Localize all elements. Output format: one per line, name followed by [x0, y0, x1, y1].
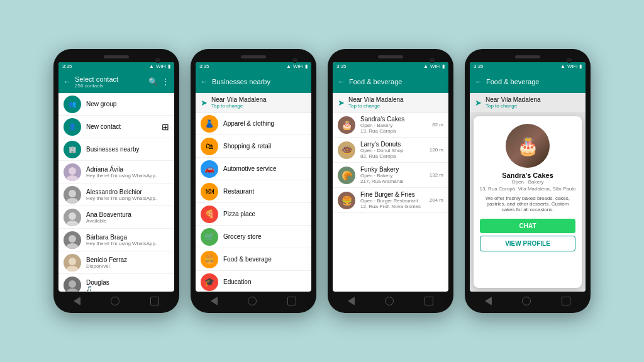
- card-type-4: Open · Bakery: [474, 179, 582, 185]
- funky-text: Funky Bakery Open · Bakery 217, Rua Aram…: [360, 166, 425, 184]
- status-bar-3: 3:35 ▲ WiFi ▮: [333, 62, 448, 70]
- cat-education[interactable]: 🎓 Education: [196, 271, 311, 292]
- biz-funky[interactable]: 🥐 Funky Bakery Open · Bakery 217, Rua Ar…: [333, 163, 448, 188]
- list-item-barbara[interactable]: Bárbara Braga Hey there! I'm using Whats…: [58, 229, 174, 251]
- status-time-1: 3:35: [62, 63, 72, 69]
- businesses-text: Businesses nearby: [86, 146, 169, 153]
- back-icon-4[interactable]: ←: [475, 77, 482, 86]
- list-item-alessandro[interactable]: Alessandro Belchior Hey there! I'm using…: [58, 184, 174, 206]
- grocery-icon: 🛒: [201, 228, 218, 246]
- signal-icon-3: ▲: [423, 63, 428, 69]
- phone-screen-3: 3:35 ▲ WiFi ▮ ← Food & beverage ➤ Near V…: [333, 62, 448, 292]
- cat-restaurant[interactable]: 🍽 Restaurant: [196, 180, 311, 203]
- sandras-avatar: 🎂: [338, 116, 355, 134]
- back-icon-3[interactable]: ←: [338, 77, 345, 86]
- shopping-icon: 🛍: [201, 138, 218, 155]
- chat-button-4[interactable]: CHAT: [480, 219, 575, 233]
- larrys-avatar: 🍩: [338, 141, 355, 159]
- larrys-text: Larry's Donuts Open · Donut Shop 82, Rua…: [360, 141, 425, 159]
- location-icon-2: ➤: [201, 98, 208, 107]
- status-bar-2: 3:35 ▲ WiFi ▮: [196, 62, 311, 70]
- biz-sandras[interactable]: 🎂 Sandra's Cakes Open · Bakery 13, Rua C…: [333, 112, 448, 138]
- back-btn-4[interactable]: [485, 297, 492, 305]
- location-bar-2[interactable]: ➤ Near Vila Madalena Tap to change: [196, 93, 311, 112]
- svg-point-2: [69, 190, 76, 197]
- cat-apparel[interactable]: 👗 Apparel & clothing: [196, 112, 311, 135]
- home-btn-4[interactable]: [522, 297, 531, 305]
- recent-btn-3[interactable]: [425, 297, 433, 305]
- location-bar-3[interactable]: ➤ Near Vila Madalena Tap to change: [333, 93, 448, 112]
- cat-pizza[interactable]: 🍕 Pizza place: [196, 203, 311, 226]
- status-bar-4: 3:35 ▲ WiFi ▮: [470, 62, 586, 70]
- list-item-new-group[interactable]: 👥 New group: [58, 93, 174, 116]
- cat-shopping[interactable]: 🛍 Shopping & retail: [196, 135, 311, 158]
- battery-icon-3: ▮: [442, 63, 445, 69]
- wifi-icon-2: WiFi: [293, 63, 303, 69]
- status-icons-1: ▲ WiFi ▮: [149, 63, 170, 69]
- back-icon-2[interactable]: ←: [201, 77, 208, 86]
- app-header-2: ← Businesses nearby: [196, 70, 311, 93]
- svg-point-3: [66, 198, 79, 204]
- status-time-2: 3:35: [199, 63, 209, 69]
- header-subtitle-1: 256 contacts: [75, 83, 145, 89]
- phone-speaker-2: [241, 55, 266, 58]
- list-item-douglas[interactable]: Douglas 🎵: [58, 274, 174, 292]
- home-btn-3[interactable]: [385, 297, 394, 305]
- category-list-2: 👗 Apparel & clothing 🛍 Shopping & retail…: [196, 112, 311, 292]
- qr-icon-1[interactable]: ⊞: [162, 122, 169, 132]
- header-text-1: Select contact 256 contacts: [75, 75, 145, 89]
- benicio-avatar: [64, 254, 81, 272]
- menu-icon-1[interactable]: ⋮: [162, 77, 169, 86]
- phone-camera-2: [292, 58, 297, 63]
- phone-1: 3:35 ▲ WiFi ▮ ← Select contact 256 conta…: [53, 49, 179, 313]
- location-icon-4: ➤: [475, 98, 482, 107]
- new-group-avatar: 👥: [64, 96, 81, 113]
- funky-avatar: 🥐: [338, 167, 355, 184]
- card-desc-4: We offer freshly baked breads, cakes, pa…: [474, 193, 582, 216]
- phone-screen-4: 3:35 ▲ WiFi ▮ ← Food & beverage ➤ Near V…: [470, 62, 586, 292]
- back-btn-1[interactable]: [74, 297, 80, 305]
- benicio-text: Benício Ferraz Disponível: [86, 256, 169, 269]
- svg-point-4: [69, 212, 76, 220]
- view-profile-button-4[interactable]: VIEW PROFILE: [480, 236, 575, 251]
- phone-bottom-4: [470, 292, 586, 307]
- location-bar-4[interactable]: ➤ Near Vila Madalena Tap to change: [470, 93, 586, 112]
- home-btn-2[interactable]: [248, 297, 257, 305]
- search-icon-1[interactable]: 🔍: [148, 77, 158, 86]
- fine-burger-text: Fine Burger & Fries Open · Burger Restau…: [360, 191, 425, 209]
- cat-automotive[interactable]: 🚗 Automotive service: [196, 158, 311, 180]
- recent-btn-2[interactable]: [287, 297, 296, 305]
- app-header-3: ← Food & beverage: [333, 70, 448, 93]
- douglas-text: Douglas 🎵: [86, 279, 169, 292]
- wifi-icon-3: WiFi: [430, 63, 440, 69]
- card-addr-4: 13, Rua Caropá, Vila Madalena, São Paulo: [474, 185, 582, 193]
- list-item-businesses[interactable]: 🏢 Businesses nearby: [58, 138, 174, 161]
- list-item-ana[interactable]: Ana Boaventura Available: [58, 206, 174, 229]
- status-icons-3: ▲ WiFi ▮: [423, 63, 445, 69]
- header-title-2: Businesses nearby: [212, 78, 306, 85]
- biz-fine-burger[interactable]: 🍔 Fine Burger & Fries Open · Burger Rest…: [333, 188, 448, 213]
- restaurant-icon: 🍽: [201, 183, 218, 200]
- fine-burger-dist: 204 m: [430, 197, 443, 203]
- list-item-adriana[interactable]: Adriana Ávila Hey there! I'm using Whats…: [58, 161, 174, 184]
- status-time-3: 3:35: [336, 63, 347, 69]
- food-icon: 🍔: [201, 251, 218, 268]
- recent-btn-4[interactable]: [562, 297, 570, 305]
- back-btn-2[interactable]: [211, 297, 218, 305]
- cat-food[interactable]: 🍔 Food & beverage: [196, 248, 311, 271]
- list-item-benicio[interactable]: Benício Ferraz Disponível: [58, 251, 174, 274]
- card-image-4: 🎂: [506, 124, 550, 168]
- back-btn-3[interactable]: [348, 297, 355, 305]
- battery-icon-4: ▮: [579, 63, 582, 69]
- cat-grocery[interactable]: 🛒 Grocery store: [196, 226, 311, 248]
- biz-larrys[interactable]: 🍩 Larry's Donuts Open · Donut Shop 82, R…: [333, 138, 448, 163]
- recent-btn-1[interactable]: [150, 297, 159, 305]
- svg-point-10: [69, 280, 76, 288]
- ana-avatar: [64, 209, 81, 226]
- wifi-icon-1: WiFi: [156, 63, 166, 69]
- list-item-new-contact[interactable]: 👤 New contact ⊞: [58, 116, 174, 138]
- douglas-avatar: [64, 277, 81, 292]
- phone-speaker-4: [515, 55, 540, 58]
- home-btn-1[interactable]: [111, 297, 119, 305]
- back-icon-1[interactable]: ←: [64, 77, 71, 86]
